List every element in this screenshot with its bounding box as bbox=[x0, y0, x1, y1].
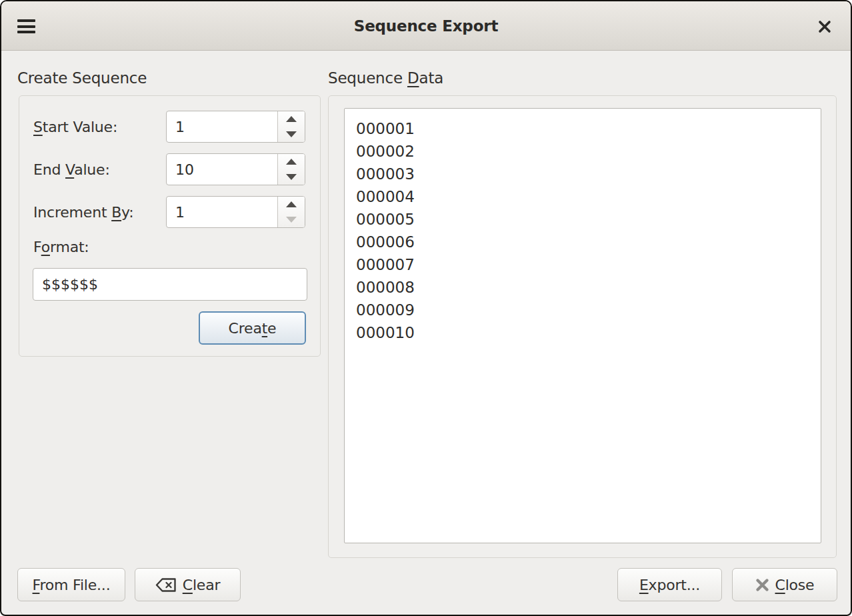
export-button-label: Export... bbox=[639, 577, 700, 593]
sequence-data-item: 000001 bbox=[356, 117, 815, 140]
arrow-up-icon bbox=[286, 201, 297, 207]
increment-by-spin-up-button[interactable] bbox=[278, 197, 305, 212]
clear-button-label: Clear bbox=[183, 577, 221, 593]
titlebar: Sequence Export bbox=[1, 1, 851, 51]
arrow-down-icon bbox=[286, 131, 297, 137]
start-value-spin-up-button[interactable] bbox=[278, 111, 305, 127]
arrow-up-icon bbox=[286, 159, 297, 165]
window-close-icon[interactable] bbox=[816, 18, 833, 35]
start-value-spin-buttons bbox=[277, 111, 305, 142]
backspace-clear-icon bbox=[155, 577, 177, 593]
create-button[interactable]: Create bbox=[199, 311, 306, 345]
arrow-up-icon bbox=[286, 116, 297, 122]
sequence-data-item: 000010 bbox=[356, 321, 815, 344]
sequence-data-item: 000003 bbox=[356, 163, 815, 185]
increment-by-spinbox bbox=[166, 196, 305, 228]
close-button-label: Close bbox=[775, 577, 815, 593]
from-file-button[interactable]: From File... bbox=[17, 568, 125, 601]
end-value-spin-down-button[interactable] bbox=[278, 169, 305, 185]
start-value-label: Start Value: bbox=[33, 119, 117, 135]
sequence-data-item: 000008 bbox=[356, 276, 815, 299]
x-close-icon bbox=[755, 578, 769, 592]
sequence-data-item: 000002 bbox=[356, 140, 815, 163]
format-label: Format: bbox=[33, 239, 89, 255]
sequence-export-dialog: Sequence Export Create Sequence Start Va… bbox=[0, 0, 852, 616]
sequence-data-item: 000006 bbox=[356, 231, 815, 253]
window-title: Sequence Export bbox=[1, 17, 851, 35]
sequence-data-item: 000007 bbox=[356, 253, 815, 276]
create-sequence-heading: Create Sequence bbox=[17, 69, 147, 87]
arrow-down-icon bbox=[286, 217, 297, 223]
increment-by-spin-down-button bbox=[278, 212, 305, 227]
end-value-spinbox bbox=[166, 153, 305, 185]
start-value-input[interactable] bbox=[167, 111, 277, 142]
sequence-data-item: 000009 bbox=[356, 299, 815, 321]
start-value-spinbox bbox=[166, 111, 305, 143]
end-value-spin-buttons bbox=[277, 154, 305, 185]
export-button[interactable]: Export... bbox=[617, 568, 722, 601]
format-input[interactable] bbox=[33, 268, 307, 301]
close-button[interactable]: Close bbox=[732, 568, 837, 601]
from-file-button-label: From File... bbox=[33, 577, 111, 593]
sequence-data-item: 000004 bbox=[356, 185, 815, 208]
increment-by-input[interactable] bbox=[167, 197, 277, 227]
end-value-spin-up-button[interactable] bbox=[278, 154, 305, 169]
increment-by-label: Increment By: bbox=[33, 204, 134, 221]
create-button-label: Create bbox=[229, 320, 277, 337]
end-value-label: End Value: bbox=[33, 161, 110, 178]
sequence-data-list[interactable]: 0000010000020000030000040000050000060000… bbox=[344, 108, 821, 543]
clear-button[interactable]: Clear bbox=[135, 568, 241, 601]
start-value-spin-down-button[interactable] bbox=[278, 127, 305, 142]
sequence-data-heading: Sequence Data bbox=[328, 69, 443, 87]
end-value-input[interactable] bbox=[167, 154, 277, 185]
increment-by-spin-buttons bbox=[277, 197, 305, 227]
sequence-data-item: 000005 bbox=[356, 208, 815, 231]
arrow-down-icon bbox=[286, 174, 297, 180]
